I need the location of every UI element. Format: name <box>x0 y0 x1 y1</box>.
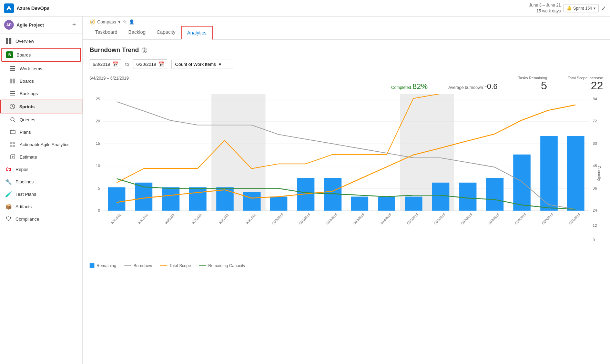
page-title: Burndown Trend ⓘ <box>90 47 603 54</box>
sidebar-item-label: Queries <box>20 117 35 122</box>
sidebar-item-overview[interactable]: Overview <box>0 35 82 47</box>
avatar: AP <box>4 20 14 30</box>
topbar: Azure DevOps June 3 – June 21 15 work da… <box>0 0 610 17</box>
add-button[interactable]: + <box>70 21 78 29</box>
remaining-legend-icon <box>90 263 94 268</box>
tab-backlog[interactable]: Backlog <box>123 26 151 39</box>
sidebar-project: AP Agile Project <box>4 20 44 30</box>
plans-icon <box>9 129 16 135</box>
svg-rect-60 <box>459 183 476 211</box>
svg-text:36: 36 <box>593 186 597 190</box>
sidebar-item-pipelines[interactable]: 🔧 Pipelines <box>0 175 82 188</box>
sidebar-item-actionable-agile[interactable]: ActionableAgile Analytics <box>0 138 82 151</box>
svg-rect-7 <box>10 79 12 83</box>
sidebar-item-label: Test Plans <box>16 192 36 197</box>
content-header: 🧭 Compass ▾ ☆ 👤 Taskboard Backlog Capaci… <box>83 17 610 40</box>
svg-text:Capacity: Capacity <box>597 166 601 181</box>
chart-svg: 25 20 15 10 5 0 84 72 60 48 36 24 12 0 <box>90 94 603 259</box>
sidebar-item-test-plans[interactable]: 🧪 Test Plans <box>0 188 82 200</box>
work-items-icon <box>9 65 16 72</box>
svg-rect-5 <box>10 68 15 69</box>
filter-bar: 6/3/2019 📅 to 6/20/2019 📅 Count of Work … <box>90 59 603 69</box>
expand-icon[interactable]: ⤢ <box>601 5 606 11</box>
sidebar-item-estimate[interactable]: Estimate <box>0 151 82 163</box>
queries-icon <box>9 116 16 123</box>
tab-capacity[interactable]: Capacity <box>151 26 181 39</box>
sidebar-item-label: Boards <box>17 52 31 58</box>
svg-text:72: 72 <box>593 119 597 123</box>
svg-rect-56 <box>351 196 368 211</box>
svg-rect-52 <box>243 192 261 211</box>
svg-rect-50 <box>189 187 206 211</box>
sidebar-item-label: Sprints <box>19 104 35 109</box>
sidebar-item-repos[interactable]: 🗂 Repos <box>0 163 82 175</box>
org-name: Azure DevOps <box>17 6 50 11</box>
legend-remaining-capacity: Remaining Capacity <box>199 263 245 268</box>
burndown-chart: 25 20 15 10 5 0 84 72 60 48 36 24 12 0 <box>90 94 603 259</box>
sidebar-item-label: Backlogs <box>20 91 38 96</box>
info-icon[interactable]: ⓘ <box>142 48 147 53</box>
sidebar-item-label: Boards <box>20 79 34 84</box>
calendar-icon: 📅 <box>112 61 118 67</box>
azure-logo <box>4 3 14 13</box>
sidebar-item-label: ActionableAgile Analytics <box>20 142 70 147</box>
svg-text:84: 84 <box>593 97 597 101</box>
test-plans-icon: 🧪 <box>5 191 12 198</box>
svg-rect-57 <box>378 196 395 211</box>
tab-analytics[interactable]: Analytics <box>181 26 213 40</box>
svg-rect-6 <box>10 70 15 71</box>
sprint-date: June 3 – June 21 15 work days <box>529 2 561 14</box>
svg-text:25: 25 <box>96 97 100 101</box>
main-content: Burndown Trend ⓘ 6/3/2019 📅 to 6/20/2019… <box>83 40 610 364</box>
svg-text:48: 48 <box>593 164 597 168</box>
chevron-down-icon: ▾ <box>219 62 221 67</box>
pipelines-icon: 🔧 <box>5 178 12 185</box>
sidebar-header: AP Agile Project + <box>0 17 82 33</box>
sidebar-item-sprints[interactable]: Sprints <box>0 100 82 113</box>
bell-icon: 🔔 <box>567 6 572 11</box>
completed-stat: Completed 82% <box>391 82 428 91</box>
svg-rect-18 <box>10 142 12 144</box>
compass-icon: 🧭 <box>90 19 95 24</box>
svg-rect-4 <box>10 66 15 67</box>
svg-point-13 <box>11 118 14 121</box>
svg-rect-11 <box>10 95 15 95</box>
svg-rect-21 <box>13 145 15 147</box>
sidebar-item-boards-sub[interactable]: Boards <box>0 75 82 87</box>
sidebar-item-label: Artifacts <box>16 204 32 209</box>
remaining-capacity-legend-icon <box>199 265 206 266</box>
sidebar-item-backlogs[interactable]: Backlogs <box>0 87 82 100</box>
chart-legend: Remaining Burndown Total Scope Remaining… <box>90 263 603 268</box>
sidebar-item-work-items[interactable]: Work Items <box>0 62 82 75</box>
sidebar-item-queries[interactable]: Queries <box>0 113 82 126</box>
artifacts-icon: 📦 <box>5 203 12 210</box>
overview-icon <box>5 38 12 44</box>
svg-text:5: 5 <box>98 186 100 190</box>
sidebar-item-boards[interactable]: B Boards <box>1 48 81 62</box>
person-icon[interactable]: 👤 <box>129 19 134 24</box>
avg-burndown-stat: Average burndown -0.6 <box>448 82 497 91</box>
svg-text:0: 0 <box>593 238 595 242</box>
sprint-selector[interactable]: 🔔 Sprint 154 ▾ <box>563 4 599 12</box>
sidebar-item-plans[interactable]: Plans <box>0 126 82 138</box>
date-from-input[interactable]: 6/3/2019 📅 <box>90 59 121 69</box>
star-icon[interactable]: ☆ <box>123 19 127 24</box>
sidebar-item-label: Estimate <box>20 154 37 160</box>
svg-rect-2 <box>6 41 8 44</box>
chevron-down-icon: ▾ <box>593 6 596 11</box>
svg-rect-59 <box>432 183 449 211</box>
total-scope-stat: Total Scope Increase 22 <box>568 76 603 91</box>
svg-rect-62 <box>513 154 530 211</box>
sidebar-item-compliance[interactable]: 🛡 Compliance <box>0 213 82 225</box>
svg-line-14 <box>14 121 15 122</box>
metric-dropdown[interactable]: Count of Work Items ▾ <box>171 60 233 69</box>
date-to-input[interactable]: 6/20/2019 📅 <box>133 59 167 69</box>
svg-rect-53 <box>270 196 287 211</box>
tab-bar: Taskboard Backlog Capacity Analytics <box>90 26 603 39</box>
svg-rect-15 <box>10 130 15 134</box>
tab-taskboard[interactable]: Taskboard <box>90 26 123 39</box>
svg-text:0: 0 <box>98 208 100 212</box>
legend-total-scope: Total Scope <box>160 263 191 268</box>
sidebar-item-label: Repos <box>16 167 29 172</box>
sidebar-item-artifacts[interactable]: 📦 Artifacts <box>0 200 82 213</box>
